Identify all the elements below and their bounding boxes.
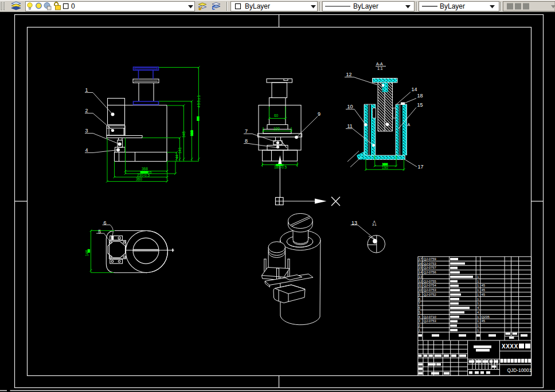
svg-text:QJ-0754: QJ-0754 [424, 284, 437, 287]
svg-text:1: 1 [477, 301, 479, 305]
svg-text:QJ-0755: QJ-0755 [424, 280, 436, 283]
svg-text:230-0.5: 230-0.5 [137, 173, 150, 177]
svg-text:18: 18 [417, 93, 423, 99]
svg-text:A-A: A-A [376, 62, 383, 66]
svg-text:4: 4 [85, 147, 88, 153]
svg-text:1: 1 [477, 284, 479, 287]
svg-text:1: 1 [477, 280, 479, 283]
svg-text:1: 1 [477, 297, 479, 301]
svg-text:7: 7 [419, 301, 420, 305]
svg-text:1: 1 [477, 315, 479, 319]
svg-text:45: 45 [482, 293, 485, 296]
svg-text:44: 44 [175, 154, 179, 159]
svg-text:QJD-10001: QJD-10001 [507, 367, 532, 373]
svg-text:10: 10 [347, 104, 353, 109]
svg-text:11: 11 [347, 123, 353, 129]
svg-text:ByLayer: ByLayer [353, 2, 378, 10]
svg-text:Q235: Q235 [482, 315, 490, 319]
svg-text:QJ-0757: QJ-0757 [424, 266, 436, 269]
svg-text:141: 141 [178, 147, 182, 154]
svg-text:QJ-0753: QJ-0753 [424, 319, 436, 323]
svg-text:17: 17 [419, 257, 422, 261]
svg-text:3: 3 [419, 319, 420, 323]
svg-text:100: 100 [273, 127, 280, 131]
svg-text:8: 8 [419, 297, 420, 301]
svg-text:QJ-0753: QJ-0753 [424, 288, 436, 292]
svg-text:1: 1 [477, 319, 479, 323]
svg-text:XXXX: XXXX [502, 343, 518, 350]
svg-text:10: 10 [419, 288, 422, 292]
svg-text:QJ-0756: QJ-0756 [424, 271, 436, 274]
svg-text:1: 1 [85, 87, 88, 93]
svg-text:12: 12 [419, 280, 422, 283]
svg-text:11: 11 [419, 284, 422, 287]
svg-text:A: A [282, 163, 284, 167]
svg-text:190: 190 [382, 166, 388, 170]
svg-text:6: 6 [419, 306, 420, 309]
svg-text:QJ-0710: QJ-0710 [424, 315, 436, 319]
svg-text:7: 7 [245, 128, 248, 134]
svg-text:ByLayer: ByLayer [440, 2, 465, 10]
svg-text:45: 45 [482, 319, 485, 323]
svg-text:360: 360 [136, 177, 142, 181]
svg-text:45: 45 [482, 284, 485, 287]
svg-text:8: 8 [245, 138, 248, 144]
svg-text:2: 2 [85, 108, 88, 113]
svg-text:13: 13 [351, 220, 357, 226]
svg-text:14: 14 [419, 271, 423, 274]
svg-text:15: 15 [417, 102, 423, 108]
svg-text:ByLayer: ByLayer [245, 2, 270, 10]
svg-text:9: 9 [318, 111, 321, 117]
svg-text:A: A [408, 123, 411, 127]
svg-text:3: 3 [85, 128, 88, 134]
svg-text:1: 1 [477, 275, 479, 279]
svg-text:1: 1 [477, 293, 479, 296]
svg-text:9: 9 [419, 293, 420, 296]
svg-text:60: 60 [274, 113, 279, 117]
svg-text:1: 1 [419, 328, 420, 332]
svg-text:15: 15 [419, 266, 422, 269]
svg-text:17: 17 [418, 164, 424, 170]
svg-text:1:1: 1:1 [377, 66, 383, 70]
svg-text:16: 16 [419, 262, 422, 265]
svg-text:13: 13 [419, 275, 422, 279]
svg-text:5: 5 [419, 311, 420, 314]
svg-text:2: 2 [419, 324, 420, 327]
svg-text:QJ-0753: QJ-0753 [424, 262, 436, 265]
svg-text:1: 1 [477, 324, 479, 327]
svg-text:498±1: 498±1 [197, 95, 201, 108]
svg-text:1: 1 [477, 328, 479, 332]
svg-text:3:1: 3:1 [372, 223, 377, 226]
svg-text:345: 345 [182, 131, 186, 138]
svg-text:QJ-0759: QJ-0759 [424, 257, 436, 261]
svg-text:14: 14 [412, 87, 417, 92]
svg-text:QJ-0752: QJ-0752 [424, 293, 436, 296]
svg-text:1: 1 [477, 288, 479, 292]
svg-text:45: 45 [482, 288, 485, 292]
svg-text:12: 12 [346, 72, 352, 77]
svg-text:0: 0 [71, 2, 75, 10]
